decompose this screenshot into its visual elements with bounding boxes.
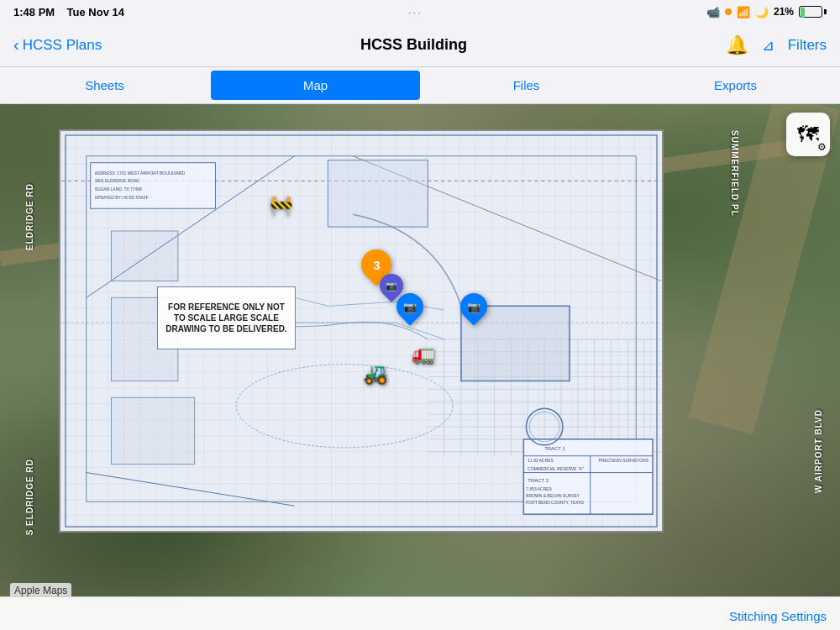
equipment-bulldozer-1: 🚧: [270, 195, 293, 217]
stitching-settings-button[interactable]: Stitching Settings: [729, 609, 827, 623]
svg-text:UPDATED BY: HCSS STAFF: UPDATED BY: HCSS STAFF: [95, 196, 149, 200]
svg-text:FORT BEND COUNTY, TEXAS: FORT BEND COUNTY, TEXAS: [526, 501, 584, 505]
tab-exports[interactable]: Exports: [631, 67, 840, 103]
wifi-icon: 📶: [737, 6, 750, 18]
svg-rect-50: [91, 163, 216, 209]
status-dots: ···: [408, 6, 423, 18]
status-time: 1:48 PM: [13, 6, 55, 18]
moon-icon: 🌙: [755, 6, 769, 18]
signal-dot-icon: [725, 8, 732, 15]
svg-text:1901 ELDRIDGE ROAD: 1901 ELDRIDGE ROAD: [95, 179, 140, 183]
status-date: Tue Nov 14: [67, 6, 124, 18]
tab-bar: Sheets Map Files Exports: [0, 67, 840, 104]
photo-icon-3: 📷: [467, 301, 480, 313]
svg-rect-33: [328, 160, 428, 227]
svg-point-28: [236, 365, 453, 448]
bell-icon[interactable]: 🔔: [726, 34, 748, 56]
back-label: HCSS Plans: [23, 37, 102, 54]
marker-count: 3: [373, 258, 380, 272]
equipment-truck: 🚛: [412, 344, 434, 365]
road-label-airport-right: W AIRPORT BLVD: [814, 409, 823, 493]
svg-text:7.953 ACRES: 7.953 ACRES: [526, 487, 552, 491]
marker-blue-body-3: 📷: [454, 287, 492, 325]
svg-text:TRACT 1: TRACT 1: [544, 446, 565, 451]
blueprint-overlay: TRACT 1 11.92 ACRES COMMERCIAL RESERVE "…: [59, 129, 664, 533]
nav-actions: 🔔 ⊿ Filters: [726, 34, 827, 56]
map-area[interactable]: W AIRPORT BLVD W AIRPORT BLVD BOULEVARD …: [0, 104, 840, 630]
marker-blue-body-2: 📷: [391, 287, 428, 325]
svg-text:BROWN & BELVIN SURVEY: BROWN & BELVIN SURVEY: [526, 494, 580, 498]
svg-text:ADDRESS: 1701 WEST AIRPORT BOU: ADDRESS: 1701 WEST AIRPORT BOULEVARD: [95, 171, 186, 176]
tab-sheets[interactable]: Sheets: [0, 67, 209, 103]
svg-line-39: [87, 473, 295, 507]
svg-rect-32: [112, 397, 195, 464]
svg-text:COMMERCIAL RESERVE "A": COMMERCIAL RESERVE "A": [528, 467, 584, 471]
road-label-eldridge: ELDRIDGE RD: [25, 183, 34, 250]
svg-text:PRECISION SURVEYORS: PRECISION SURVEYORS: [599, 459, 649, 463]
gear-overlay-icon: ⚙: [817, 141, 827, 153]
marker-blue-photo-2[interactable]: 📷: [396, 293, 423, 320]
equipment-bulldozer-2: 🚜: [363, 362, 388, 386]
blueprint-note: FOR REFERENCE ONLY NOT TO SCALE LARGE SC…: [157, 286, 296, 349]
chevron-left-icon: ‹: [13, 35, 19, 55]
map-layers-icon: 🗺: [797, 122, 819, 148]
filter-icon[interactable]: ⊿: [762, 36, 774, 55]
tab-files[interactable]: Files: [422, 67, 631, 103]
back-button[interactable]: ‹ HCSS Plans: [13, 35, 102, 55]
battery-icon: [799, 6, 827, 18]
road-label-s-eldridge: S ELDRIDGE RD: [25, 459, 34, 535]
filters-label[interactable]: Filters: [788, 37, 827, 54]
bottom-bar: Stitching Settings: [0, 596, 840, 630]
page-title: HCSS Building: [360, 36, 467, 54]
svg-text:TRACT 2: TRACT 2: [528, 478, 549, 483]
road-label-summerfield: SUMMERFIELD PL: [730, 130, 739, 217]
photo-icon-2: 📷: [403, 301, 417, 313]
record-icon: 📹: [706, 6, 720, 18]
nav-bar: ‹ HCSS Plans HCSS Building 🔔 ⊿ Filters: [0, 24, 840, 67]
svg-text:11.92 ACRES: 11.92 ACRES: [528, 459, 554, 463]
blueprint-background: TRACT 1 11.92 ACRES COMMERCIAL RESERVE "…: [60, 131, 662, 531]
svg-text:SUGAR LAND, TX 77498: SUGAR LAND, TX 77498: [95, 187, 142, 192]
tab-map[interactable]: Map: [211, 71, 420, 100]
blueprint-svg: TRACT 1 11.92 ACRES COMMERCIAL RESERVE "…: [60, 131, 662, 531]
marker-blue-photo-3[interactable]: 📷: [460, 293, 487, 320]
photo-icon-1: 📷: [386, 281, 397, 291]
map-layers-button[interactable]: 🗺 ⚙: [786, 113, 830, 156]
battery-percent: 21%: [774, 6, 794, 18]
status-bar: 1:48 PM Tue Nov 14 ··· 📹 📶 🌙 21%: [0, 0, 840, 24]
